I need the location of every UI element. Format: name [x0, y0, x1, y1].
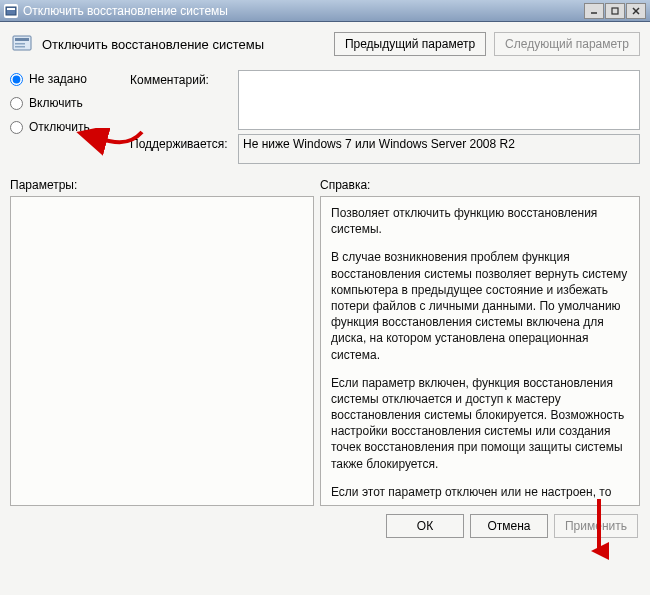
radio-disabled-input[interactable] [10, 121, 23, 134]
apply-button: Применить [554, 514, 638, 538]
config-row: Не задано Включить Отключить Комментарий… [10, 70, 640, 164]
help-label: Справка: [320, 178, 370, 192]
state-radios: Не задано Включить Отключить [10, 70, 120, 134]
help-pane[interactable]: Позволяет отключить функцию восстановлен… [320, 196, 640, 506]
cancel-button[interactable]: Отмена [470, 514, 548, 538]
svg-rect-3 [612, 8, 618, 14]
policy-header: Отключить восстановление системы Предыду… [10, 32, 640, 56]
comment-textarea[interactable] [238, 70, 640, 130]
options-pane [10, 196, 314, 506]
svg-rect-9 [15, 46, 25, 48]
svg-rect-8 [15, 43, 25, 45]
help-paragraph: Позволяет отключить функцию восстановлен… [331, 205, 629, 237]
radio-enabled[interactable]: Включить [10, 96, 120, 110]
help-paragraph: В случае возникновения проблем функция в… [331, 249, 629, 362]
supported-text: Не ниже Windows 7 или Windows Server 200… [238, 134, 640, 164]
svg-rect-7 [15, 38, 29, 41]
policy-icon [10, 32, 34, 56]
radio-disabled[interactable]: Отключить [10, 120, 120, 134]
app-icon [4, 4, 18, 18]
maximize-button[interactable] [605, 3, 625, 19]
previous-setting-button[interactable]: Предыдущий параметр [334, 32, 486, 56]
radio-not-configured[interactable]: Не задано [10, 72, 120, 86]
window-title: Отключить восстановление системы [23, 4, 584, 18]
next-setting-button: Следующий параметр [494, 32, 640, 56]
radio-not-configured-input[interactable] [10, 73, 23, 86]
ok-button[interactable]: ОК [386, 514, 464, 538]
radio-disabled-label: Отключить [29, 120, 90, 134]
help-paragraph: Если параметр включен, функция восстанов… [331, 375, 629, 472]
close-button[interactable] [626, 3, 646, 19]
pane-labels: Параметры: Справка: [10, 178, 640, 192]
radio-not-configured-label: Не задано [29, 72, 87, 86]
svg-rect-1 [7, 8, 15, 10]
options-label: Параметры: [10, 178, 320, 192]
footer-buttons: ОК Отмена Применить [10, 514, 640, 538]
panes: Позволяет отключить функцию восстановлен… [10, 196, 640, 506]
title-bar: Отключить восстановление системы [0, 0, 650, 22]
window-controls [584, 3, 646, 19]
comment-label: Комментарий: [130, 70, 232, 87]
radio-enabled-label: Включить [29, 96, 83, 110]
minimize-button[interactable] [584, 3, 604, 19]
supported-label: Поддерживается: [130, 134, 232, 151]
help-paragraph: Если этот параметр отключен или не настр… [331, 484, 629, 506]
radio-enabled-input[interactable] [10, 97, 23, 110]
policy-title: Отключить восстановление системы [42, 37, 326, 52]
